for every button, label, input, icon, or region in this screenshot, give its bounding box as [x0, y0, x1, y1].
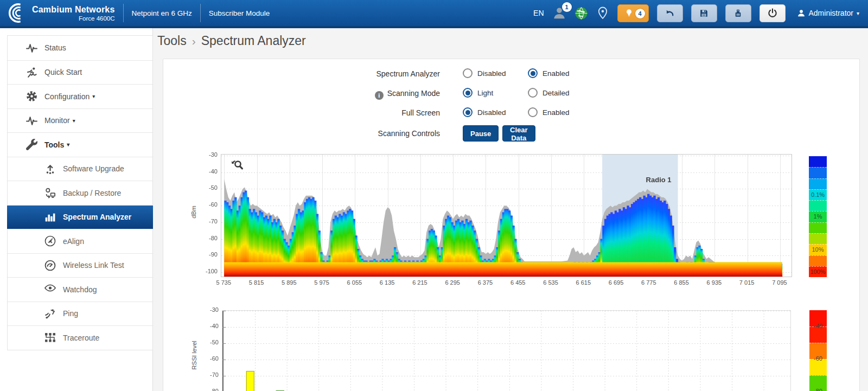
radio-option-disabled[interactable]: Disabled: [463, 68, 506, 78]
language-selector[interactable]: EN: [533, 9, 544, 17]
x-tick-label: 6 295: [440, 279, 465, 286]
save-icon: [699, 8, 709, 18]
legend-segment: [809, 255, 827, 266]
gear-icon: [26, 91, 37, 102]
y-tick-label: -30: [196, 151, 218, 158]
sidebar-item-label: Spectrum Analyzer: [63, 213, 131, 221]
sidebar-item-label: eAlign: [63, 237, 84, 246]
sidebar-item-status[interactable]: Status: [8, 36, 152, 60]
sidebar-item-tools[interactable]: Tools▾: [8, 132, 152, 157]
y-tick-label: -90: [196, 251, 218, 258]
sidebar-item-configuration[interactable]: Configuration▾: [8, 84, 152, 108]
legend-label: 100%: [809, 268, 827, 275]
info-icon[interactable]: i: [375, 91, 384, 100]
breadcrumb-separator-icon: ›: [192, 35, 196, 47]
brand[interactable]: Cambium Networks Force 4600C: [7, 3, 115, 23]
sidebar-item-monitor[interactable]: Monitor▾: [8, 108, 152, 133]
location-pin-icon[interactable]: [596, 6, 609, 20]
legend-segment: [809, 178, 827, 189]
x-tick-label: 6 455: [506, 279, 531, 286]
sidebar-item-label: Ping: [63, 309, 78, 318]
undo-icon: [664, 8, 675, 19]
zoom-reset-icon[interactable]: [229, 158, 244, 172]
control-label: iScanning Mode: [163, 89, 440, 100]
legend-segment: [809, 233, 827, 244]
x-tick-label: 6 375: [473, 279, 497, 286]
sidebar-item-ealign[interactable]: eAlign: [8, 229, 152, 253]
radio-option-enabled[interactable]: Enabled: [528, 68, 570, 78]
legend-segment: 0.1%: [809, 189, 827, 200]
globe-icon[interactable]: [575, 7, 588, 20]
sidebar-item-wireless-link-test[interactable]: Wireless Link Test: [8, 253, 152, 278]
radio-option-disabled[interactable]: Disabled: [463, 107, 506, 117]
y-tick-label: -80: [197, 388, 219, 391]
undo-button[interactable]: [657, 4, 683, 22]
account-menu[interactable]: Administrator ▾: [797, 9, 860, 17]
radio-option-enabled[interactable]: Enabled: [528, 107, 570, 117]
nav-link-network-name[interactable]: Netpoint en 6 GHz: [132, 9, 192, 17]
x-tick-label: 6 535: [538, 279, 563, 286]
pause-button[interactable]: Pause: [463, 125, 499, 142]
traceroute-icon: [44, 332, 56, 343]
sidebar-item-ping[interactable]: Ping: [8, 302, 152, 326]
wrench-icon: [26, 139, 37, 150]
radio-selected-icon[interactable]: [463, 88, 473, 98]
sidebar-item-traceroute[interactable]: Traceroute: [8, 325, 152, 350]
x-tick-label: 6 215: [407, 279, 432, 286]
flash-device-icon: [733, 8, 743, 18]
account-label: Administrator: [809, 9, 853, 17]
page-title: Spectrum Analyzer: [201, 34, 306, 48]
sidebar-item-spectrum-analyzer[interactable]: Spectrum Analyzer: [7, 205, 153, 229]
sidebar-item-software-upgrade[interactable]: Software Upgrade: [8, 157, 152, 181]
breadcrumb-parent[interactable]: Tools: [157, 34, 187, 48]
x-tick-label: 6 695: [604, 279, 629, 286]
notifications-button[interactable]: 4: [617, 4, 649, 22]
radio-unselected-icon[interactable]: [528, 88, 538, 98]
legend-segment: [809, 222, 827, 233]
y-tick-label: -70: [197, 371, 219, 378]
radio-option-label: Disabled: [477, 108, 506, 117]
eye-icon: [44, 284, 56, 295]
x-tick-label: 5 975: [309, 279, 334, 286]
rssi-plot[interactable]: [222, 310, 791, 391]
radio-selected-icon[interactable]: [463, 107, 473, 117]
radio-unselected-icon[interactable]: [528, 107, 538, 117]
radio-option-light[interactable]: Light: [463, 88, 493, 98]
power-button[interactable]: [760, 4, 786, 22]
upload-icon: [44, 163, 56, 175]
legend-label: 0.1%: [809, 191, 827, 198]
legend-label: -80: [809, 388, 827, 391]
gauge-icon: [44, 260, 56, 271]
caret-down-icon: ▾: [67, 142, 69, 148]
sidebar-item-label: Software Upgrade: [63, 164, 124, 173]
save-button[interactable]: [691, 4, 717, 22]
radio-option-label: Enabled: [542, 108, 570, 117]
chevron-down-icon: ▾: [857, 10, 859, 16]
x-tick-label: 6 055: [342, 279, 367, 286]
nav-link-device-mode[interactable]: Subscriber Module: [209, 9, 270, 17]
y-tick-label: -50: [197, 339, 219, 345]
apply-configuration-button[interactable]: [725, 4, 751, 22]
active-users-indicator[interactable]: 1: [552, 6, 566, 20]
notifications-badge: 4: [635, 9, 645, 18]
radio-option-label: Light: [477, 89, 493, 97]
ping-icon: [44, 308, 56, 319]
y-tick-label: -30: [197, 306, 219, 313]
x-tick-label: 5 735: [211, 279, 236, 286]
radio-unselected-icon[interactable]: [463, 68, 473, 78]
sidebar-item-backup-restore[interactable]: Backup / Restore: [8, 181, 152, 205]
radio-option-label: Detailed: [542, 89, 570, 97]
sidebar-item-watchdog[interactable]: Watchdog: [8, 277, 152, 302]
spectrum-plot[interactable]: [221, 154, 792, 277]
radio-option-detailed[interactable]: Detailed: [528, 88, 570, 98]
legend-label: -40: [809, 323, 827, 329]
cambium-logo-icon: [7, 3, 27, 23]
x-tick-label: 6 135: [375, 279, 400, 286]
radio-selected-icon[interactable]: [528, 68, 538, 78]
sidebar-item-label: Traceroute: [63, 334, 99, 342]
brand-name: Cambium Networks: [32, 5, 115, 15]
sidebar-item-quick-start[interactable]: Quick Start: [8, 60, 152, 85]
legend-segment: 100%: [809, 266, 827, 277]
top-navbar: Cambium Networks Force 4600C Netpoint en…: [0, 0, 868, 28]
clear-data-button[interactable]: Clear Data: [502, 125, 535, 142]
